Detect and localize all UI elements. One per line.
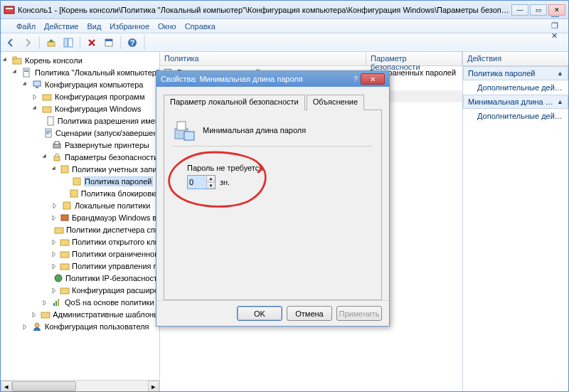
- printer-icon: [51, 139, 63, 151]
- cancel-button[interactable]: Отмена: [287, 306, 332, 321]
- tab-explanation[interactable]: Объяснение: [307, 95, 364, 110]
- collapse-icon: ▲: [557, 98, 563, 105]
- svg-rect-36: [55, 301, 57, 306]
- apply-button[interactable]: Применить: [336, 306, 382, 321]
- tree-scripts[interactable]: Сценарии (запуск/завершение: [2, 127, 159, 139]
- tree-account-policies[interactable]: Политики учетных записей: [2, 164, 159, 175]
- tree-local-policy[interactable]: Политика "Локальный компьютер": [2, 67, 159, 78]
- col-policy[interactable]: Политика: [160, 52, 366, 65]
- maximize-button[interactable]: ▭: [530, 4, 547, 16]
- policy-icon: [21, 67, 33, 78]
- dialog-tabs: Параметр локальной безопасности Объяснен…: [164, 94, 382, 110]
- ipsec-icon: [53, 272, 63, 284]
- tree-publickey[interactable]: Политики открытого клю: [2, 236, 159, 248]
- svg-rect-11: [13, 57, 16, 59]
- help-icon[interactable]: ?: [353, 75, 358, 83]
- svg-rect-15: [33, 81, 41, 86]
- tree-lockout-policy[interactable]: Политика блокировки: [2, 188, 159, 199]
- actions-group-password-policy[interactable]: Политика паролей▲: [463, 66, 568, 80]
- show-hide-tree-button[interactable]: [61, 36, 75, 50]
- tree-computer-config[interactable]: Конфигурация компьютера: [2, 79, 159, 90]
- tree-local-policies[interactable]: Локальные политики: [2, 200, 159, 211]
- tree-firewall[interactable]: Брандмауэр Windows в ре: [2, 212, 159, 223]
- column-header[interactable]: Политика Параметр безопасности: [160, 52, 462, 66]
- tree-name-resolution[interactable]: Политика разрешения имен: [2, 115, 159, 127]
- actions-more-2[interactable]: Дополнительные дейс...: [463, 109, 568, 123]
- svg-rect-7: [105, 39, 112, 41]
- folder-icon: [60, 236, 70, 248]
- minimize-button[interactable]: ―: [511, 4, 528, 16]
- book-icon: [71, 176, 83, 187]
- child-restore-button[interactable]: ❐: [551, 21, 565, 31]
- dialog-close-button[interactable]: ✕: [361, 73, 385, 85]
- menu-file[interactable]: Файл: [16, 22, 36, 31]
- scroll-thumb[interactable]: [12, 381, 76, 391]
- menu-help[interactable]: Справка: [185, 22, 216, 31]
- qos-icon: [51, 297, 63, 308]
- svg-rect-35: [53, 303, 55, 306]
- child-minimize-button[interactable]: ―: [551, 11, 565, 21]
- scroll-right-button[interactable]: ▸: [148, 381, 159, 391]
- menu-window[interactable]: Окно: [158, 22, 176, 31]
- collapse-icon: ▲: [557, 70, 563, 77]
- forward-button[interactable]: [21, 36, 35, 50]
- folder-icon: [41, 103, 53, 115]
- unit-label: зн.: [220, 178, 230, 186]
- tree-hscrollbar[interactable]: ◂ ▸: [1, 380, 159, 391]
- tree-admin-templates[interactable]: Административные шаблоны: [2, 309, 159, 320]
- tree-software-config[interactable]: Конфигурация программ: [2, 91, 159, 102]
- back-button[interactable]: [4, 36, 18, 50]
- titlebar[interactable]: Консоль1 - [Корень консоли\Политика "Лок…: [1, 1, 568, 19]
- col-security-setting[interactable]: Параметр безопасности: [366, 52, 462, 65]
- folder-icon: [60, 285, 70, 296]
- min-length-spinner[interactable]: ▲ ▼: [187, 175, 216, 189]
- book-icon: [61, 200, 73, 211]
- folder-icon: [41, 91, 53, 102]
- up-button[interactable]: [44, 36, 58, 50]
- child-close-button[interactable]: ✕: [551, 31, 565, 41]
- menu-action[interactable]: Действие: [44, 22, 78, 31]
- svg-rect-26: [70, 190, 78, 197]
- tree-netlist[interactable]: Политики диспетчера спи: [2, 224, 159, 235]
- user-icon: [31, 321, 43, 332]
- tree-user-config[interactable]: Конфигурация пользователя: [2, 321, 159, 332]
- tree-advaudit[interactable]: Конфигурация расширенн: [2, 285, 159, 296]
- scroll-left-button[interactable]: ◂: [1, 381, 12, 391]
- svg-rect-37: [58, 299, 59, 306]
- tree-root[interactable]: Корень консоли: [2, 55, 159, 66]
- svg-rect-44: [184, 132, 194, 140]
- tree-restricted[interactable]: Политики ограниченного: [2, 248, 159, 260]
- svg-rect-31: [60, 252, 69, 258]
- mmc-window: Консоль1 - [Корень консоли\Политика "Лок…: [0, 0, 569, 392]
- svg-rect-1: [6, 8, 13, 9]
- computer-icon: [31, 79, 43, 90]
- tree-deployed-printers[interactable]: Развернутые принтеры: [2, 139, 159, 151]
- spin-down-button[interactable]: ▼: [206, 183, 215, 189]
- folder-icon: [60, 248, 70, 260]
- tree-security-settings[interactable]: Параметры безопасности: [2, 152, 159, 163]
- tree-ipsec[interactable]: Политики IP-безопасности: [2, 272, 159, 284]
- actions-group-min-length[interactable]: Минимальная длина пароля▲: [463, 95, 568, 109]
- min-length-input[interactable]: [188, 176, 206, 189]
- tree-pane[interactable]: Корень консоли Политика "Локальный компь…: [1, 52, 160, 391]
- spin-up-button[interactable]: ▲: [206, 176, 215, 183]
- tab-page: Минимальная длина пароля Пароль не требу…: [164, 110, 382, 300]
- tab-local-security-setting[interactable]: Параметр локальной безопасности: [164, 95, 305, 110]
- actions-pane: Действия Политика паролей▲ Дополнительны…: [463, 52, 568, 391]
- folder-icon: [11, 55, 23, 66]
- tree-windows-config[interactable]: Конфигурация Windows: [2, 103, 159, 115]
- properties-button[interactable]: [102, 36, 116, 50]
- dialog-titlebar[interactable]: Свойства: Минимальная длина пароля ? ✕: [156, 71, 389, 87]
- ok-button[interactable]: OK: [237, 306, 282, 321]
- tree-appcontrol[interactable]: Политики управления при: [2, 260, 159, 272]
- svg-rect-22: [55, 142, 59, 144]
- delete-button[interactable]: [85, 36, 99, 50]
- menu-favorites[interactable]: Избранное: [110, 22, 149, 31]
- svg-rect-5: [68, 38, 73, 47]
- help-button[interactable]: ?: [125, 36, 139, 50]
- svg-rect-4: [64, 38, 68, 47]
- menu-view[interactable]: Вид: [87, 22, 101, 31]
- tree-qos[interactable]: QoS на основе политики: [2, 297, 159, 308]
- tree-password-policy[interactable]: Политика паролей: [2, 176, 159, 187]
- actions-more-1[interactable]: Дополнительные дейс...: [463, 80, 568, 95]
